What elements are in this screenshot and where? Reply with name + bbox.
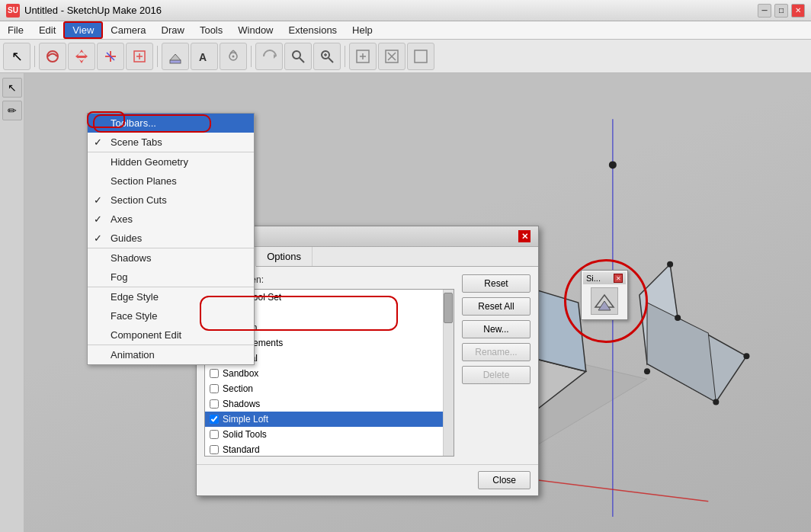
svg-line-9 — [300, 58, 304, 62]
menu-window[interactable]: Window — [230, 21, 280, 39]
dimension-tool[interactable] — [220, 43, 247, 70]
new-button[interactable]: New... — [462, 320, 531, 338]
svg-point-30 — [644, 368, 650, 374]
extra-tool-3[interactable] — [407, 43, 434, 70]
loft-tool-icon[interactable] — [591, 287, 618, 315]
zoom-extent[interactable] — [126, 43, 153, 70]
float-toolbar-content — [583, 284, 626, 318]
dropdown-hidden-geometry[interactable]: Hidden Geometry — [88, 152, 254, 171]
svg-point-6 — [232, 55, 235, 57]
float-toolbar-header: Si... ✕ — [583, 272, 626, 284]
window-controls: ─ □ ✕ — [758, 4, 805, 18]
extra-tool-2[interactable] — [378, 43, 406, 70]
svg-rect-3 — [170, 60, 181, 63]
maximize-button[interactable]: □ — [774, 4, 788, 18]
list-item-section[interactable]: Section — [205, 381, 454, 396]
svg-marker-36 — [598, 301, 611, 310]
svg-line-11 — [329, 58, 333, 62]
rotate-tool[interactable] — [255, 43, 283, 70]
dropdown-edge-style[interactable]: Edge Style — [88, 287, 254, 306]
dialog-close-footer-button[interactable]: Close — [478, 471, 531, 489]
svg-point-8 — [293, 51, 300, 59]
list-item-solid-tools[interactable]: Solid Tools — [205, 427, 454, 442]
menu-help[interactable]: Help — [345, 21, 380, 39]
view-dropdown: Toolbars... ✓ Scene Tabs Hidden Geometry… — [87, 113, 255, 365]
title-bar: SU Untitled - SketchUp Make 2016 ─ □ ✕ — [0, 0, 811, 21]
dropdown-axes[interactable]: ✓ Axes — [88, 210, 254, 229]
dropdown-section-cuts[interactable]: ✓ Section Cuts — [88, 191, 254, 210]
float-toolbar: Si... ✕ — [581, 270, 628, 320]
svg-text:A: A — [199, 51, 207, 63]
push-pull-tool[interactable] — [162, 43, 189, 70]
svg-point-29 — [609, 161, 617, 168]
scrollbar-thumb[interactable] — [444, 293, 453, 323]
menu-tools[interactable]: Tools — [192, 21, 230, 39]
zoom-in-tool[interactable] — [313, 43, 341, 70]
dropdown-section-planes[interactable]: Section Planes — [88, 171, 254, 191]
menu-view[interactable]: View — [63, 21, 103, 39]
svg-marker-27 — [647, 303, 716, 402]
menu-file[interactable]: File — [0, 21, 31, 39]
dropdown-shadows[interactable]: Shadows — [88, 248, 254, 268]
pan-tool[interactable] — [68, 43, 95, 70]
sidebar-pencil[interactable]: ✏ — [2, 101, 22, 120]
minimize-button[interactable]: ─ — [758, 4, 771, 18]
list-scrollbar[interactable] — [443, 290, 454, 456]
dropdown-animation[interactable]: Animation — [88, 345, 254, 364]
sidebar-select[interactable]: ↖ — [2, 78, 22, 98]
toolbar-sep-2 — [157, 46, 158, 67]
rename-button[interactable]: Rename... — [462, 343, 531, 361]
delete-button[interactable]: Delete — [462, 366, 531, 384]
svg-marker-1 — [75, 50, 88, 63]
canvas-area[interactable]: Toolbars... ✓ Scene Tabs Hidden Geometry… — [24, 73, 811, 532]
tab-options[interactable]: Options — [256, 247, 313, 266]
search-tool[interactable] — [284, 43, 312, 70]
select-tool[interactable]: ↖ — [3, 43, 30, 70]
list-item-shadows[interactable]: Shadows — [205, 396, 454, 412]
list-item-simple-loft[interactable]: Simple Loft — [205, 412, 454, 427]
menu-draw[interactable]: Draw — [154, 21, 192, 39]
extra-tool-1[interactable] — [349, 43, 377, 70]
main-area: ↖ ✏ — [0, 73, 811, 532]
zoom-tool[interactable] — [97, 43, 124, 70]
reset-button[interactable]: Reset — [462, 274, 531, 293]
dropdown-guides[interactable]: ✓ Guides — [88, 229, 254, 248]
svg-rect-16 — [415, 50, 427, 62]
dropdown-toolbars[interactable]: Toolbars... — [88, 114, 254, 133]
svg-point-34 — [667, 261, 673, 268]
dropdown-scene-tabs[interactable]: ✓ Scene Tabs — [88, 133, 254, 152]
text-tool[interactable]: A — [191, 43, 218, 70]
float-toolbar-close[interactable]: ✕ — [614, 274, 623, 283]
dropdown-component-edit[interactable]: Component Edit — [88, 325, 254, 345]
menu-bar: File Edit View Camera Draw Tools Window … — [0, 21, 811, 40]
dropdown-face-style[interactable]: Face Style — [88, 306, 254, 325]
main-toolbar: ↖ A — [0, 40, 811, 73]
menu-camera[interactable]: Camera — [103, 21, 153, 39]
toolbar-sep-4 — [345, 46, 345, 67]
menu-edit[interactable]: Edit — [31, 21, 63, 39]
dialog-close-button[interactable]: ✕ — [518, 230, 531, 242]
dropdown-fog[interactable]: Fog — [88, 268, 254, 287]
dialog-action-buttons: Reset Reset All New... Rename... Delete — [462, 274, 531, 457]
svg-point-32 — [743, 353, 749, 359]
app-title: Untitled - SketchUp Make 2016 — [24, 5, 162, 16]
orbit-tool[interactable] — [39, 43, 66, 70]
dialog-footer: Close — [197, 464, 538, 495]
svg-point-31 — [713, 399, 719, 405]
svg-point-33 — [675, 315, 681, 321]
list-item-standard[interactable]: Standard — [205, 442, 454, 457]
app-icon: SU — [6, 4, 20, 18]
reset-all-button[interactable]: Reset All — [462, 297, 531, 316]
toolbar-sep-1 — [34, 46, 35, 67]
float-toolbar-title: Si... — [586, 274, 601, 283]
left-sidebar: ↖ ✏ — [0, 73, 24, 532]
close-button[interactable]: ✕ — [791, 4, 805, 18]
menu-extensions[interactable]: Extensions — [281, 21, 345, 39]
list-item-sandbox[interactable]: Sandbox — [205, 366, 454, 381]
toolbar-sep-3 — [251, 46, 252, 67]
